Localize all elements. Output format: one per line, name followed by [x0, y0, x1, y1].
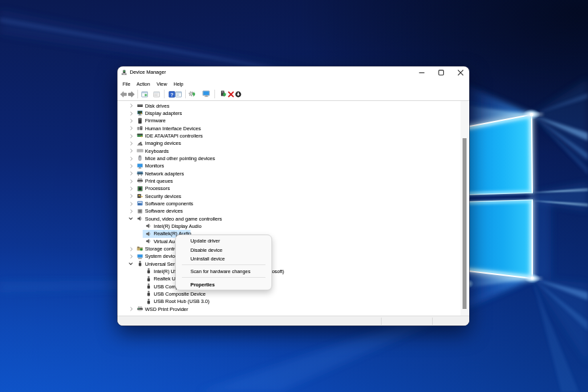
svg-text:?: ?: [170, 91, 173, 97]
